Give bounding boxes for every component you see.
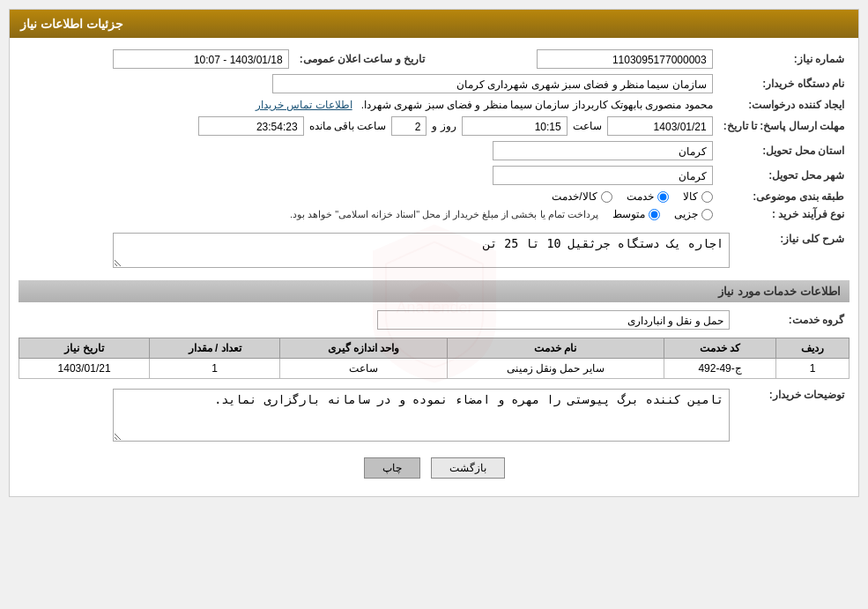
need-summary-label: شرح کلی نیاز: (735, 230, 849, 273)
send-days-value: 2 (391, 116, 427, 136)
need-number-label: شماره نیاز: (718, 47, 849, 71)
purchase-type-label: نوع فرآیند خرید : (718, 205, 849, 223)
service-group-value: حمل و نقل و انبارداری (377, 310, 730, 330)
need-number-cell: 1103095177000003 (442, 47, 718, 71)
buyer-org-cell: سازمان سیما منظر و فضای سبز شهری شهرداری… (19, 71, 718, 96)
date-time-row: 1403/01/21 ساعت 10:15 روز و 2 ساعت باقی … (24, 116, 713, 136)
city-value: کرمان (493, 166, 713, 185)
category-kala-option[interactable]: کالا (683, 190, 713, 203)
need-summary-textarea[interactable] (113, 233, 730, 268)
purchase-type-note: پرداخت تمام یا بخشی از مبلغ خریدار از مح… (290, 209, 598, 220)
creator-cell: محمود منصوری بابهوتک کاربرداز سازمان سیم… (19, 96, 718, 114)
buyer-notes-label: توضیحات خریدار: (735, 386, 849, 447)
category-kala-label: کالا (683, 190, 698, 203)
category-cell: کالا خدمت کالا/خدمت (19, 188, 718, 205)
col-unit: واحد اندازه گیری (280, 338, 448, 359)
category-row: طبقه بندی موضوعی: کالا خدمت (19, 188, 849, 205)
purchase-jozei-radio[interactable] (701, 209, 713, 220)
col-row: ردیف (776, 338, 849, 359)
creator-contact-link[interactable]: اطلاعات تماس خریدار (256, 99, 352, 111)
cell-unit-1: ساعت (280, 359, 448, 379)
services-table-header-row: ردیف کد خدمت نام خدمت واحد اندازه گیری ت… (19, 338, 849, 359)
creator-row: ایجاد کننده درخواست: محمود منصوری بابهوت… (19, 96, 849, 114)
panel-body: شماره نیاز: 1103095177000003 تاریخ و ساع… (10, 38, 858, 496)
panel-header: جزئیات اطلاعات نیاز (10, 10, 858, 38)
category-khadamat-radio[interactable] (657, 191, 669, 203)
need-summary-table: شرح کلی نیاز: (19, 230, 849, 273)
purchase-type-row: نوع فرآیند خرید : جزیی متوسط پرداخت (19, 205, 849, 223)
category-kala-radio[interactable] (701, 191, 713, 203)
creator-label: ایجاد کننده درخواست: (718, 96, 849, 114)
city-row: شهر محل تحویل: کرمان (19, 163, 849, 188)
province-label: استان محل تحویل: (718, 138, 849, 163)
category-kala-khadamat-radio[interactable] (601, 191, 612, 203)
purchase-type-radio-group: جزیی متوسط پرداخت تمام یا بخشی از مبلغ خ… (24, 208, 713, 220)
table-row: 1 ج-49-492 سایر حمل ونقل زمینی ساعت 1 14… (19, 359, 849, 379)
service-group-table: گروه خدمت: حمل و نقل و انبارداری (19, 308, 849, 332)
send-days-label: روز و (432, 120, 456, 132)
category-label: طبقه بندی موضوعی: (718, 188, 849, 205)
send-date-cell: 1403/01/21 ساعت 10:15 روز و 2 ساعت باقی … (19, 114, 718, 138)
province-value: کرمان (493, 141, 713, 160)
col-code: کد خدمت (664, 338, 776, 359)
purchase-jozei-label: جزیی (674, 208, 698, 220)
category-radio-group: کالا خدمت کالا/خدمت (24, 190, 713, 203)
send-time-label: ساعت (573, 120, 602, 132)
send-remaining-label: ساعت باقی مانده (309, 120, 387, 132)
announcement-date-value: 1403/01/18 - 10:07 (113, 49, 289, 69)
send-date-label: مهلت ارسال پاسخ: تا تاریخ: (718, 114, 849, 138)
services-table-body: 1 ج-49-492 سایر حمل ونقل زمینی ساعت 1 14… (19, 359, 849, 379)
buyer-org-row: نام دستگاه خریدار: سازمان سیما منظر و فض… (19, 71, 849, 96)
service-group-cell: حمل و نقل و انبارداری (19, 308, 735, 332)
buyer-notes-textarea[interactable] (113, 389, 730, 442)
info-table: شماره نیاز: 1103095177000003 تاریخ و ساع… (19, 47, 849, 223)
buyer-notes-cell (19, 386, 735, 447)
category-khadamat-option[interactable]: خدمت (627, 190, 669, 203)
purchase-type-cell: جزیی متوسط پرداخت تمام یا بخشی از مبلغ خ… (19, 205, 718, 223)
button-row: بازگشت چاپ (19, 457, 849, 487)
announcement-date-label: تاریخ و ساعت اعلان عمومی: (294, 47, 442, 71)
services-table: ردیف کد خدمت نام خدمت واحد اندازه گیری ت… (19, 338, 849, 379)
buyer-org-label: نام دستگاه خریدار: (718, 71, 849, 96)
send-remaining-value: 23:54:23 (198, 116, 304, 136)
service-group-label: گروه خدمت: (735, 308, 849, 332)
cell-name-1: سایر حمل ونقل زمینی (447, 359, 664, 379)
main-panel: جزئیات اطلاعات نیاز شماره نیاز: 11030951… (9, 9, 859, 497)
category-kala-khadamat-option[interactable]: کالا/خدمت (552, 190, 612, 203)
buyer-org-value: سازمان سیما منظر و فضای سبز شهری شهرداری… (272, 74, 713, 93)
back-button[interactable]: بازگشت (431, 457, 505, 479)
city-cell: کرمان (19, 163, 718, 188)
need-summary-row: شرح کلی نیاز: (19, 230, 849, 273)
buyer-notes-table: توضیحات خریدار: (19, 386, 849, 447)
need-number-value: 1103095177000003 (537, 49, 713, 69)
col-qty: تعداد / مقدار (150, 338, 280, 359)
need-summary-cell (19, 230, 735, 273)
send-time-value: 10:15 (462, 116, 568, 136)
province-cell: کرمان (19, 138, 718, 163)
province-row: استان محل تحویل: کرمان (19, 138, 849, 163)
buyer-notes-row: توضیحات خریدار: (19, 386, 849, 447)
col-name: نام خدمت (447, 338, 664, 359)
category-kala-khadamat-label: کالا/خدمت (552, 190, 597, 203)
col-date: تاریخ نیاز (19, 338, 150, 359)
page-wrapper: جزئیات اطلاعات نیاز شماره نیاز: 11030951… (0, 0, 868, 609)
send-date-value: 1403/01/21 (607, 116, 713, 136)
cell-row-1: 1 (776, 359, 849, 379)
service-group-row: گروه خدمت: حمل و نقل و انبارداری (19, 308, 849, 332)
services-section-header: اطلاعات خدمات مورد نیاز (19, 280, 849, 302)
purchase-motavset-label: متوسط (612, 208, 645, 220)
purchase-motavset-option[interactable]: متوسط (612, 208, 660, 220)
creator-value: محمود منصوری بابهوتک کاربرداز سازمان سیم… (361, 99, 713, 111)
send-date-row: مهلت ارسال پاسخ: تا تاریخ: 1403/01/21 سا… (19, 114, 849, 138)
cell-date-1: 1403/01/21 (19, 359, 150, 379)
services-table-head: ردیف کد خدمت نام خدمت واحد اندازه گیری ت… (19, 338, 849, 359)
city-label: شهر محل تحویل: (718, 163, 849, 188)
services-header-label: اطلاعات خدمات مورد نیاز (718, 285, 841, 298)
panel-title: جزئیات اطلاعات نیاز (20, 17, 123, 31)
purchase-motavset-radio[interactable] (649, 209, 660, 220)
cell-code-1: ج-49-492 (664, 359, 776, 379)
print-button[interactable]: چاپ (364, 457, 420, 479)
category-khadamat-label: خدمت (627, 190, 654, 203)
announcement-date-cell: 1403/01/18 - 10:07 (19, 47, 294, 71)
purchase-jozei-option[interactable]: جزیی (674, 208, 713, 220)
